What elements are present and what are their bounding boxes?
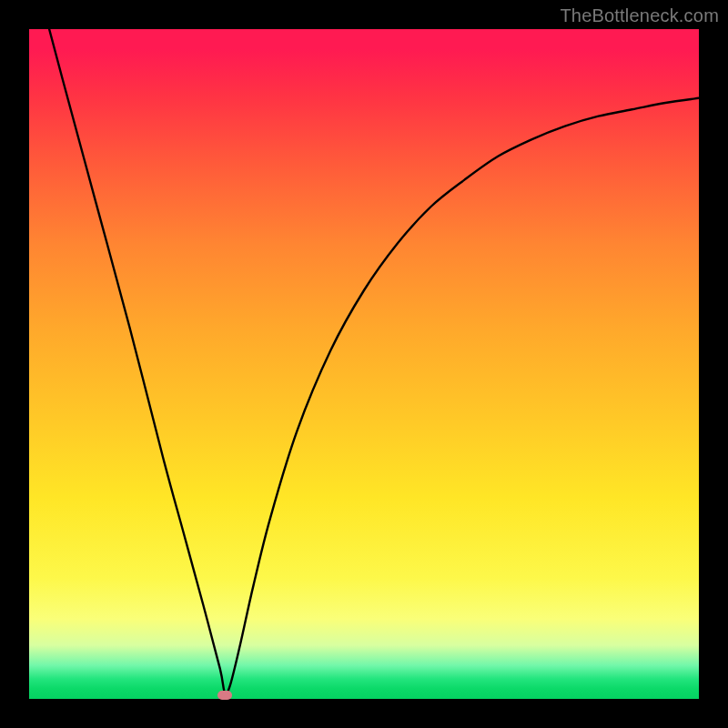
bottleneck-curve <box>29 29 699 699</box>
optimal-point-marker <box>217 691 232 700</box>
plot-area <box>29 29 699 699</box>
watermark-text: TheBottleneck.com <box>560 5 719 26</box>
chart-frame: TheBottleneck.com <box>0 0 728 728</box>
